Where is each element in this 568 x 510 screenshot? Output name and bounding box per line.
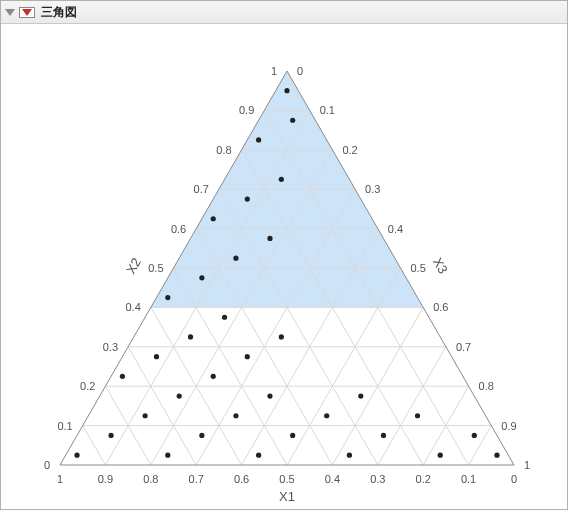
svg-text:0.7: 0.7 <box>194 183 209 195</box>
svg-text:0.8: 0.8 <box>143 473 158 485</box>
data-point <box>279 334 284 339</box>
svg-text:0.9: 0.9 <box>239 104 254 116</box>
svg-text:0.5: 0.5 <box>148 262 163 274</box>
svg-text:1: 1 <box>524 459 530 471</box>
svg-text:0: 0 <box>297 65 303 77</box>
data-point <box>177 393 182 398</box>
svg-line-25 <box>469 426 492 465</box>
data-point <box>108 433 113 438</box>
svg-text:0.1: 0.1 <box>320 104 335 116</box>
menu-red-triangle-icon <box>22 9 32 16</box>
data-point <box>199 275 204 280</box>
data-point <box>245 196 250 201</box>
axis-label-x1: X1 <box>279 489 295 504</box>
svg-text:0.7: 0.7 <box>456 341 471 353</box>
data-point <box>211 374 216 379</box>
svg-text:0: 0 <box>511 473 517 485</box>
svg-line-26 <box>83 426 106 465</box>
svg-text:0.1: 0.1 <box>57 420 72 432</box>
menu-button[interactable] <box>19 7 35 18</box>
svg-text:0.1: 0.1 <box>461 473 476 485</box>
svg-text:0.8: 0.8 <box>479 380 494 392</box>
data-point <box>358 393 363 398</box>
svg-text:1: 1 <box>57 473 63 485</box>
svg-text:0.6: 0.6 <box>234 473 249 485</box>
data-point <box>279 177 284 182</box>
data-point <box>199 433 204 438</box>
data-point <box>222 315 227 320</box>
data-point <box>267 236 272 241</box>
plot-svg: 10.90.80.70.60.50.40.30.20.1000.10.20.30… <box>3 25 565 507</box>
svg-text:0.6: 0.6 <box>171 223 186 235</box>
svg-text:0.2: 0.2 <box>416 473 431 485</box>
data-point <box>438 453 443 458</box>
data-point <box>324 413 329 418</box>
svg-text:0.3: 0.3 <box>103 341 118 353</box>
svg-text:0.2: 0.2 <box>80 380 95 392</box>
svg-text:0.8: 0.8 <box>216 144 231 156</box>
data-point <box>494 453 499 458</box>
data-point <box>256 453 261 458</box>
ternary-plot: 10.90.80.70.60.50.40.30.20.1000.10.20.30… <box>3 25 565 507</box>
svg-text:0.3: 0.3 <box>370 473 385 485</box>
svg-text:0.9: 0.9 <box>98 473 113 485</box>
data-point <box>290 433 295 438</box>
svg-text:0.2: 0.2 <box>342 144 357 156</box>
axis-label-x3: X3 <box>430 255 451 276</box>
svg-text:0: 0 <box>44 459 50 471</box>
data-point <box>74 453 79 458</box>
data-point <box>284 88 289 93</box>
data-point <box>267 393 272 398</box>
svg-text:0.5: 0.5 <box>411 262 426 274</box>
data-point <box>415 413 420 418</box>
axis-label-x2: X2 <box>123 255 144 276</box>
panel-frame: 三角図 10.90.80.70.60.50.40.30.20.1000.10.2… <box>0 0 568 510</box>
data-point <box>143 413 148 418</box>
data-point <box>154 354 159 359</box>
svg-line-19 <box>378 347 446 465</box>
data-point <box>211 216 216 221</box>
panel-title: 三角図 <box>39 4 77 21</box>
svg-line-20 <box>128 347 196 465</box>
data-point <box>233 413 238 418</box>
svg-text:1: 1 <box>271 65 277 77</box>
svg-text:0.5: 0.5 <box>279 473 294 485</box>
svg-text:0.9: 0.9 <box>501 420 516 432</box>
data-point <box>347 453 352 458</box>
svg-text:0.4: 0.4 <box>325 473 340 485</box>
svg-text:0.7: 0.7 <box>189 473 204 485</box>
data-point <box>120 374 125 379</box>
svg-text:0.4: 0.4 <box>388 223 403 235</box>
data-point <box>188 334 193 339</box>
data-point <box>233 256 238 261</box>
svg-text:0.6: 0.6 <box>433 301 448 313</box>
data-point <box>381 433 386 438</box>
data-point <box>472 433 477 438</box>
data-point <box>165 295 170 300</box>
data-point <box>256 137 261 142</box>
data-point <box>290 118 295 123</box>
panel-titlebar: 三角図 <box>1 1 567 24</box>
svg-text:0.4: 0.4 <box>126 301 141 313</box>
data-point <box>245 354 250 359</box>
svg-text:0.3: 0.3 <box>365 183 380 195</box>
data-point <box>165 453 170 458</box>
disclosure-triangle-icon[interactable] <box>5 9 15 16</box>
